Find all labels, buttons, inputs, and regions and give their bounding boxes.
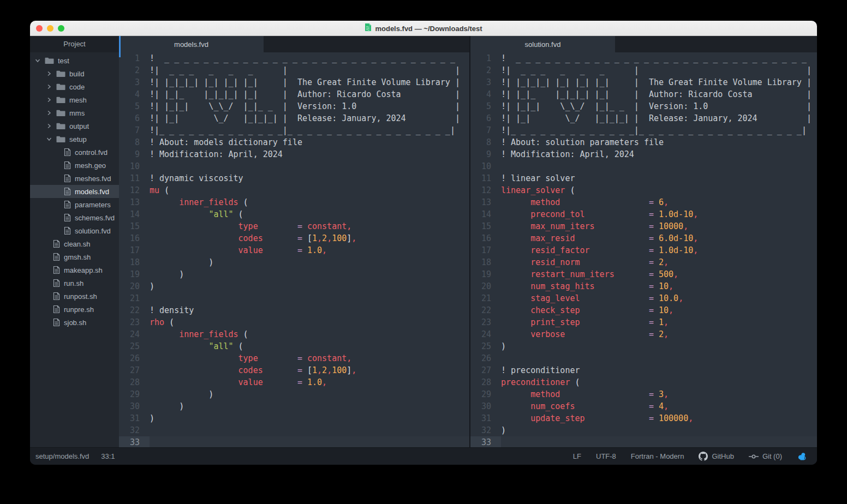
tab-solution-fvd[interactable]: solution.fvd — [470, 36, 615, 52]
status-item-fortran-modern[interactable]: Fortran - Modern — [631, 452, 684, 460]
sidebar-item-setup[interactable]: setup — [30, 133, 119, 146]
code-line[interactable]: 25 "all" ( — [119, 340, 469, 352]
code-line[interactable]: 8! About: models dictionary file — [119, 136, 469, 148]
sidebar-item-runpost-sh[interactable]: runpost.sh — [30, 290, 119, 303]
sidebar-item-makeapp-sh[interactable]: makeapp.sh — [30, 263, 119, 277]
code-line[interactable]: 26 type = constant, — [119, 352, 469, 364]
code-line[interactable]: 27 codes = [1,2,100], — [119, 364, 469, 376]
code-line[interactable]: 28 value = 1.0, — [119, 376, 469, 388]
code-line[interactable]: 23rho ( — [119, 316, 469, 328]
chevron-right-icon[interactable] — [46, 83, 52, 90]
code-line[interactable]: 17 resid_factor = 1.0d-10, — [470, 244, 817, 256]
code-line[interactable]: 11! dynamic viscosity — [119, 172, 469, 184]
tab-models-fvd[interactable]: models.fvd — [119, 36, 264, 52]
code-line[interactable]: 5!| |_|_| \_\_/ |_|_ _ | Version: 1.0 | — [119, 100, 469, 112]
code-line[interactable]: 30 num_coefs = 4, — [470, 400, 817, 412]
code-line[interactable]: 18 resid_norm = 2, — [470, 256, 817, 268]
code-line[interactable]: 13 method = 6, — [470, 196, 817, 208]
code-line[interactable]: 20 num_stag_hits = 10, — [470, 280, 817, 292]
code-line[interactable]: 28preconditioner ( — [470, 376, 817, 388]
sidebar-item-parameters[interactable]: parameters — [30, 198, 119, 211]
code-line[interactable]: 12linear_solver ( — [470, 184, 817, 196]
code-line[interactable]: 14 "all" ( — [119, 208, 469, 220]
code-line[interactable]: 10 — [470, 160, 817, 172]
code-line[interactable]: 6!| |_| \_/ |_|_|_| | Release: January, … — [119, 112, 469, 124]
code-line[interactable]: 31 update_step = 100000, — [470, 412, 817, 424]
code-line[interactable]: 3!| |_|_|_| |_| |_| |_| | The Great Fini… — [119, 76, 469, 88]
chevron-down-icon[interactable] — [46, 136, 52, 142]
code-line[interactable]: 10 — [119, 160, 469, 172]
code-line[interactable]: 1! _ _ _ _ _ _ _ _ _ _ _ _ _ _ _ _ _ _ _… — [470, 52, 817, 64]
code-line[interactable]: 9! Modification: April, 2024 — [470, 148, 817, 160]
code-line[interactable]: 21 — [119, 292, 469, 304]
code-line[interactable]: 18 ) — [119, 256, 469, 268]
code-line[interactable]: 25) — [470, 340, 817, 352]
status-item-utf-8[interactable]: UTF-8 — [596, 452, 616, 460]
sidebar-item-build[interactable]: build — [30, 67, 119, 80]
code-line[interactable]: 31) — [119, 412, 469, 424]
code-line[interactable]: 11! linear solver — [470, 172, 817, 184]
code-line[interactable]: 2!| _ _ _ _ _ _ | | — [119, 64, 469, 76]
code-line[interactable]: 16 codes = [1,2,100], — [119, 232, 469, 244]
code-line[interactable]: 17 value = 1.0, — [119, 244, 469, 256]
status-item-lf[interactable]: LF — [573, 452, 581, 460]
sidebar-item-mesh-geo[interactable]: mesh.geo — [30, 159, 119, 172]
code-line[interactable]: 6!| |_| \_/ |_|_|_| | Release: January, … — [470, 112, 817, 124]
sidebar-item-test[interactable]: test — [30, 54, 119, 67]
code-line[interactable]: 27! preconditioner — [470, 364, 817, 376]
code-line[interactable]: 19 ) — [119, 268, 469, 280]
code-editor-right[interactable]: 1! _ _ _ _ _ _ _ _ _ _ _ _ _ _ _ _ _ _ _… — [470, 52, 817, 447]
code-line[interactable]: 7!|_ _ _ _ _ _ _ _ _ _ _ _ _|_ _ _ _ _ _… — [470, 124, 817, 136]
code-line[interactable]: 24 inner_fields ( — [119, 328, 469, 340]
code-line[interactable]: 29 ) — [119, 388, 469, 400]
sidebar-item-code[interactable]: code — [30, 80, 119, 93]
code-line[interactable]: 15 max_num_iters = 10000, — [470, 220, 817, 232]
code-line[interactable]: 15 type = constant, — [119, 220, 469, 232]
code-editor-left[interactable]: 1! _ _ _ _ _ _ _ _ _ _ _ _ _ _ _ _ _ _ _… — [119, 52, 469, 447]
sidebar-item-mesh[interactable]: mesh — [30, 93, 119, 106]
code-line[interactable]: 21 stag_level = 10.0, — [470, 292, 817, 304]
chevron-right-icon[interactable] — [46, 70, 52, 77]
chevron-right-icon[interactable] — [46, 123, 52, 129]
status-item-git-0-[interactable]: Git (0) — [749, 452, 782, 460]
code-line[interactable]: 30 ) — [119, 400, 469, 412]
code-line[interactable]: 26 — [470, 352, 817, 364]
code-line[interactable]: 32) — [470, 424, 817, 436]
sidebar-item-output[interactable]: output — [30, 119, 119, 133]
code-line[interactable]: 32 — [119, 424, 469, 436]
sidebar-item-sjob-sh[interactable]: sjob.sh — [30, 316, 119, 329]
code-line[interactable]: 22! density — [119, 304, 469, 316]
code-line[interactable]: 20) — [119, 280, 469, 292]
code-line[interactable]: 19 restart_num_iters = 500, — [470, 268, 817, 280]
code-line[interactable]: 33 — [470, 436, 817, 447]
sidebar-item-schemes-fvd[interactable]: schemes.fvd — [30, 211, 119, 224]
sidebar-item-solution-fvd[interactable]: solution.fvd — [30, 224, 119, 237]
code-line[interactable]: 4!| |_|_ |_|_|_| |_| | Author: Ricardo C… — [119, 88, 469, 100]
chevron-down-icon[interactable] — [34, 57, 41, 64]
code-line[interactable]: 3!| |_|_|_| |_| |_| |_| | The Great Fini… — [470, 76, 817, 88]
code-line[interactable]: 5!| |_|_| \_\_/ |_|_ _ | Version: 1.0 | — [470, 100, 817, 112]
sidebar-item-clean-sh[interactable]: clean.sh — [30, 237, 119, 250]
sidebar-item-gmsh-sh[interactable]: gmsh.sh — [30, 250, 119, 263]
sidebar-item-models-fvd[interactable]: models.fvd — [30, 185, 119, 198]
chevron-right-icon[interactable] — [46, 97, 52, 103]
sidebar-item-mms[interactable]: mms — [30, 106, 119, 119]
code-line[interactable]: 13 inner_fields ( — [119, 196, 469, 208]
sidebar-item-meshes-fvd[interactable]: meshes.fvd — [30, 172, 119, 185]
chevron-right-icon[interactable] — [46, 110, 52, 116]
code-line[interactable]: 24 verbose = 2, — [470, 328, 817, 340]
code-line[interactable]: 1! _ _ _ _ _ _ _ _ _ _ _ _ _ _ _ _ _ _ _… — [119, 52, 469, 64]
status-item-github[interactable]: GitHub — [699, 452, 733, 461]
code-line[interactable]: 12mu ( — [119, 184, 469, 196]
sidebar-item-run-sh[interactable]: run.sh — [30, 277, 119, 290]
code-line[interactable]: 29 method = 3, — [470, 388, 817, 400]
status-item-squirrel-icon[interactable] — [797, 452, 807, 461]
code-line[interactable]: 9! Modification: April, 2024 — [119, 148, 469, 160]
code-line[interactable]: 8! About: solution parameters file — [470, 136, 817, 148]
code-line[interactable]: 7!|_ _ _ _ _ _ _ _ _ _ _ _ _|_ _ _ _ _ _… — [119, 124, 469, 136]
code-line[interactable]: 2!| _ _ _ _ _ _ | | — [470, 64, 817, 76]
code-line[interactable]: 16 max_resid = 6.0d-10, — [470, 232, 817, 244]
code-line[interactable]: 22 check_step = 10, — [470, 304, 817, 316]
sidebar-item-runpre-sh[interactable]: runpre.sh — [30, 303, 119, 316]
sidebar-item-control-fvd[interactable]: control.fvd — [30, 146, 119, 159]
